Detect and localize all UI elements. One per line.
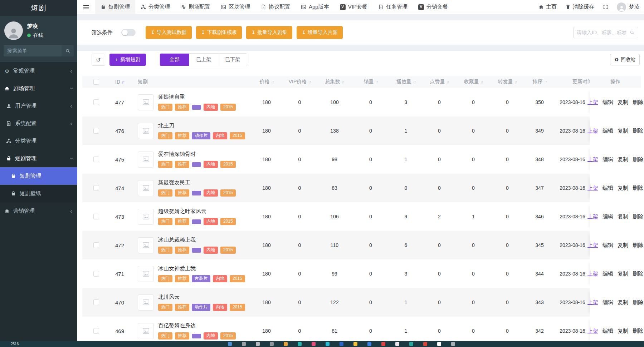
taskbar-app-icon[interactable] xyxy=(228,342,232,346)
row-checkbox[interactable] xyxy=(93,242,99,248)
taskbar-app-icon[interactable] xyxy=(298,342,302,346)
incremental-import-button[interactable]: ↧增量导入片源 xyxy=(297,26,343,39)
action-publish[interactable]: 上架 xyxy=(587,128,598,134)
sidebar-item-marketing[interactable]: 营销管理‹ xyxy=(0,202,77,220)
tab-unpublished[interactable]: 已下架 xyxy=(218,54,247,66)
tab-block-manage[interactable]: 区块管理 xyxy=(215,0,255,14)
action-delete[interactable]: 删除 xyxy=(633,328,643,334)
sort-icon[interactable]: ↓↑ xyxy=(122,80,124,84)
taskbar-app-icon[interactable] xyxy=(326,342,330,346)
action-copy[interactable]: 复制 xyxy=(618,328,628,334)
search-icon[interactable] xyxy=(630,30,635,35)
thumbnail-placeholder[interactable] xyxy=(138,323,154,339)
action-copy[interactable]: 复制 xyxy=(618,299,628,306)
taskbar-app-icon[interactable] xyxy=(395,342,399,346)
tab-agreement-config[interactable]: 协议配置 xyxy=(255,0,296,14)
sort-icon[interactable]: ↓↑ xyxy=(413,80,415,84)
sort-icon[interactable]: ↓↑ xyxy=(375,80,378,84)
sort-icon[interactable]: ↓↑ xyxy=(544,80,547,84)
header-id[interactable]: ID↓↑ xyxy=(110,79,130,85)
action-copy[interactable]: 复制 xyxy=(618,242,628,249)
action-delete[interactable]: 删除 xyxy=(633,99,643,106)
sidebar-item-general[interactable]: ⚙常规管理‹ xyxy=(0,62,77,80)
taskbar-app-icon[interactable] xyxy=(423,342,427,346)
action-copy[interactable]: 复制 xyxy=(618,213,628,220)
action-copy[interactable]: 复制 xyxy=(618,99,628,106)
action-edit[interactable]: 编辑 xyxy=(602,128,613,134)
user-menu[interactable]: 梦凌 xyxy=(617,3,640,12)
header-likes[interactable]: 点赞量↓↑ xyxy=(423,79,456,85)
tab-drama-manage[interactable]: 短剧管理 xyxy=(95,0,135,14)
sidebar-item-drama-parent[interactable]: 短剧管理‹ xyxy=(0,150,77,167)
action-edit[interactable]: 编辑 xyxy=(602,185,613,192)
taskbar-app-icon[interactable] xyxy=(409,342,413,346)
action-copy[interactable]: 复制 xyxy=(618,156,628,163)
tab-category-manage[interactable]: 分类管理 xyxy=(135,0,175,14)
thumbnail-placeholder[interactable] xyxy=(138,94,154,110)
action-edit[interactable]: 编辑 xyxy=(602,299,613,306)
sidebar-item-drama-manage[interactable]: 短剧管理 xyxy=(0,167,77,185)
hamburger-menu-icon[interactable] xyxy=(77,0,95,14)
action-publish[interactable]: 上架 xyxy=(587,299,598,306)
thumbnail-placeholder[interactable] xyxy=(138,152,154,168)
action-delete[interactable]: 删除 xyxy=(633,242,643,249)
taskbar-app-icon[interactable] xyxy=(437,342,441,346)
row-checkbox[interactable] xyxy=(93,271,99,277)
row-checkbox[interactable] xyxy=(93,328,99,334)
action-edit[interactable]: 编辑 xyxy=(602,99,613,106)
taskbar-app-icon[interactable] xyxy=(256,342,260,346)
action-copy[interactable]: 复制 xyxy=(618,271,628,277)
sidebar-item-drama-wallpaper[interactable]: 短剧壁纸 xyxy=(0,185,77,202)
sort-icon[interactable]: ↓↑ xyxy=(480,80,483,84)
thumbnail-placeholder[interactable] xyxy=(138,123,154,139)
search-icon[interactable] xyxy=(62,45,74,56)
taskbar-app-icon[interactable] xyxy=(242,342,246,346)
header-shares[interactable]: 转发量↓↑ xyxy=(491,79,524,85)
action-delete[interactable]: 删除 xyxy=(633,185,643,192)
recycle-bin-button[interactable]: ♻回收站 xyxy=(610,54,640,65)
add-drama-button[interactable]: +新增短剧 xyxy=(109,54,146,66)
sort-icon[interactable]: ↓↑ xyxy=(342,80,344,84)
thumbnail-placeholder[interactable] xyxy=(138,180,154,196)
row-checkbox[interactable] xyxy=(93,185,99,191)
taskbar-app-icon[interactable] xyxy=(312,342,316,346)
action-publish[interactable]: 上架 xyxy=(587,213,598,220)
row-checkbox[interactable] xyxy=(93,99,99,105)
table-search-input[interactable] xyxy=(577,30,630,35)
action-publish[interactable]: 上架 xyxy=(587,185,598,192)
sidebar-item-categories[interactable]: 分类管理 xyxy=(0,132,77,150)
header-plays[interactable]: 播放量↓↑ xyxy=(389,79,423,85)
action-delete[interactable]: 删除 xyxy=(633,156,643,163)
action-edit[interactable]: 编辑 xyxy=(602,271,613,277)
action-delete[interactable]: 删除 xyxy=(633,213,643,220)
sidebar-item-users[interactable]: 用户管理‹ xyxy=(0,97,77,115)
header-sort[interactable]: 排序↓↑ xyxy=(524,79,555,85)
clear-cache-link[interactable]: 清除缓存 xyxy=(565,4,594,10)
action-delete[interactable]: 删除 xyxy=(633,271,643,277)
taskbar-app-icon[interactable] xyxy=(381,342,385,346)
home-link[interactable]: 主页 xyxy=(538,4,557,10)
action-edit[interactable]: 编辑 xyxy=(602,213,613,220)
taskbar-app-icon[interactable] xyxy=(270,342,274,346)
row-checkbox[interactable] xyxy=(93,157,99,162)
select-all-checkbox[interactable] xyxy=(93,79,99,85)
action-delete[interactable]: 删除 xyxy=(633,128,643,134)
action-delete[interactable]: 删除 xyxy=(633,299,643,306)
thumbnail-placeholder[interactable] xyxy=(138,209,154,225)
tab-distribution-package[interactable]: V分销套餐 xyxy=(413,0,453,14)
fullscreen-button[interactable] xyxy=(603,4,608,10)
action-publish[interactable]: 上架 xyxy=(587,242,598,249)
tab-app-version[interactable]: App版本 xyxy=(296,0,335,14)
taskbar-app-icon[interactable] xyxy=(451,342,455,346)
thumbnail-placeholder[interactable] xyxy=(138,266,154,282)
thumbnail-placeholder[interactable] xyxy=(138,237,154,253)
import-test-data-button[interactable]: ↧导入测试数据 xyxy=(146,26,192,39)
taskbar-app-icon[interactable] xyxy=(353,342,357,346)
header-vip-price[interactable]: VIP价格↓↑ xyxy=(283,79,317,85)
sort-icon[interactable]: ↓↑ xyxy=(271,80,274,84)
action-edit[interactable]: 编辑 xyxy=(602,156,613,163)
taskbar-app-icon[interactable] xyxy=(284,342,288,346)
action-publish[interactable]: 上架 xyxy=(587,271,598,277)
thumbnail-placeholder[interactable] xyxy=(138,294,154,311)
tab-published[interactable]: 已上架 xyxy=(189,54,218,66)
